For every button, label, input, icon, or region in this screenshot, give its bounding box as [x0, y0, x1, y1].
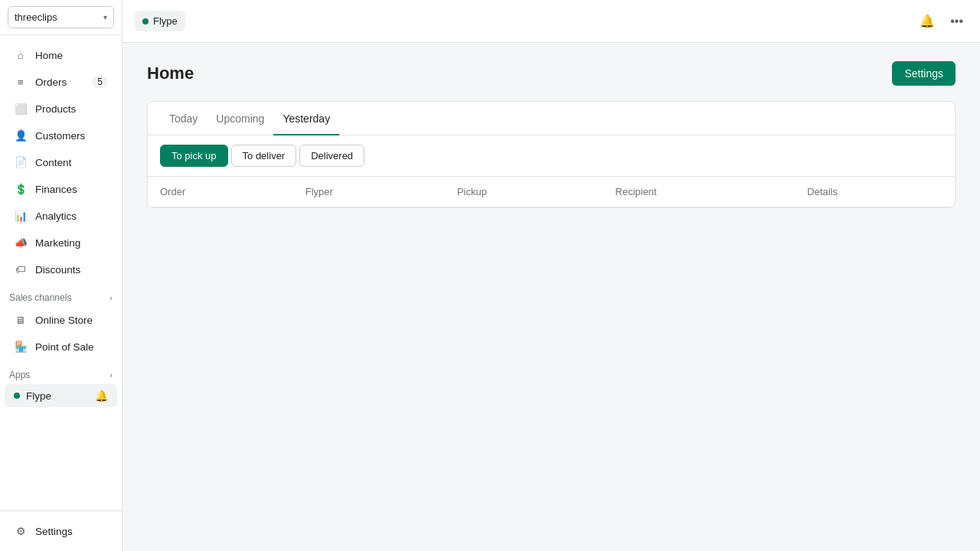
store-name: threeclips	[15, 11, 57, 23]
sidebar-nav: ⌂ Home ≡ Orders 5 ⬜ Products 👤 Customers…	[0, 35, 122, 510]
bell-icon: 🔔	[920, 14, 935, 28]
filter-btn-to-pick-up[interactable]: To pick up	[160, 145, 228, 167]
app-tab-label: Flype	[153, 15, 178, 27]
customers-icon: 👤	[14, 129, 28, 142]
chevron-right-icon: ›	[109, 293, 113, 302]
app-tab-flype[interactable]: Flype	[135, 11, 185, 31]
marketing-icon: 📣	[14, 236, 28, 249]
sidebar-item-label: Marketing	[35, 237, 80, 249]
main-card: TodayUpcomingYesterday To pick upTo deli…	[147, 101, 956, 208]
col-header-details: Details	[795, 177, 955, 207]
nav-badge-orders: 5	[92, 76, 108, 88]
store-dropdown[interactable]: threeclips ▾	[8, 6, 114, 28]
sidebar-item-finances[interactable]: 💲 Finances	[5, 176, 117, 202]
sidebar-item-label: Analytics	[35, 210, 77, 222]
page-title: Home	[147, 64, 194, 83]
col-header-flyper: Flyper	[293, 177, 445, 207]
sidebar-item-label: Point of Sale	[35, 341, 94, 353]
app-active-dot	[14, 393, 20, 399]
sidebar-item-home[interactable]: ⌂ Home	[5, 42, 117, 68]
sidebar-item-marketing[interactable]: 📣 Marketing	[5, 230, 117, 256]
main-content: Home Settings TodayUpcomingYesterday To …	[122, 43, 980, 551]
sidebar-item-label: Products	[35, 103, 76, 115]
app-dot-icon	[142, 18, 149, 24]
sidebar-item-customers[interactable]: 👤 Customers	[5, 122, 117, 148]
sidebar-item-label: Discounts	[35, 264, 80, 276]
products-icon: ⬜	[14, 102, 28, 116]
tab-upcoming[interactable]: Upcoming	[207, 102, 273, 135]
sidebar-item-analytics[interactable]: 📊 Analytics	[5, 203, 117, 229]
home-icon: ⌂	[14, 48, 28, 62]
orders-icon: ≡	[14, 75, 28, 89]
more-options-button[interactable]: •••	[946, 10, 968, 33]
online-store-icon: 🖥	[14, 313, 28, 327]
app-label: Flype	[26, 390, 51, 402]
tab-yesterday[interactable]: Yesterday	[273, 102, 339, 135]
sidebar-app-flype[interactable]: Flype 🔔	[5, 384, 117, 407]
tab-today[interactable]: Today	[160, 102, 207, 135]
chevron-down-icon: ▾	[103, 13, 107, 21]
sidebar: threeclips ▾ ⌂ Home ≡ Orders 5 ⬜ Product…	[0, 0, 122, 551]
sidebar-footer: ⚙ Settings	[0, 510, 122, 551]
filter-btn-to-deliver[interactable]: To deliver	[231, 145, 297, 167]
pos-icon: 🏪	[14, 340, 28, 354]
page-header: Home Settings	[147, 61, 956, 86]
sidebar-item-label: Online Store	[35, 315, 93, 326]
more-icon: •••	[950, 15, 963, 28]
analytics-icon: 📊	[14, 209, 28, 223]
sidebar-item-label: Orders	[35, 77, 67, 88]
finances-icon: 💲	[14, 182, 28, 196]
app-bell-icon: 🔔	[95, 390, 108, 402]
sidebar-item-label: Customers	[35, 130, 85, 142]
chevron-right-icon: ›	[109, 370, 113, 380]
footer-item-settings[interactable]: ⚙ Settings	[5, 518, 117, 544]
sidebar-item-discounts[interactable]: 🏷 Discounts	[5, 256, 117, 282]
filter-bar: To pick upTo deliverDelivered	[148, 135, 955, 177]
col-header-order: Order	[148, 177, 293, 207]
settings-button[interactable]: Settings	[892, 61, 956, 86]
content-icon: 📄	[14, 155, 28, 169]
orders-table: OrderFlyperPickupRecipientDetails	[148, 177, 955, 207]
store-selector-area: threeclips ▾	[0, 0, 122, 35]
tabs-bar: TodayUpcomingYesterday	[148, 102, 955, 135]
col-header-pickup: Pickup	[445, 177, 603, 207]
filter-btn-delivered[interactable]: Delivered	[299, 145, 364, 167]
footer-item-label: Settings	[35, 526, 73, 537]
topbar-actions: 🔔 •••	[915, 9, 968, 33]
apps-section-label: Apps ›	[0, 360, 122, 383]
topbar: Flype 🔔 •••	[122, 0, 980, 43]
sales-channels-section-label: Sales channels ›	[0, 283, 122, 306]
sidebar-item-online-store[interactable]: 🖥 Online Store	[5, 307, 117, 333]
sidebar-item-label: Home	[35, 50, 63, 61]
settings-icon: ⚙	[14, 524, 28, 538]
discounts-icon: 🏷	[14, 262, 28, 276]
sidebar-item-label: Finances	[35, 184, 77, 195]
sidebar-item-label: Content	[35, 157, 71, 168]
sidebar-item-content[interactable]: 📄 Content	[5, 149, 117, 175]
notification-bell-button[interactable]: 🔔	[915, 9, 939, 33]
sidebar-item-products[interactable]: ⬜ Products	[5, 96, 117, 122]
col-header-recipient: Recipient	[603, 177, 795, 207]
sidebar-item-point-of-sale[interactable]: 🏪 Point of Sale	[5, 334, 117, 360]
sidebar-item-orders[interactable]: ≡ Orders 5	[5, 69, 117, 95]
